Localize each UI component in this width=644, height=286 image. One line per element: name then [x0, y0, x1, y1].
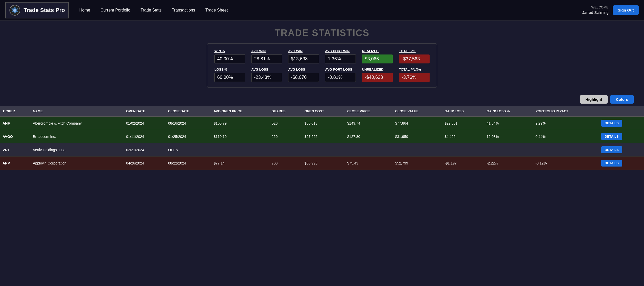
cell-open-cost: $53,996	[302, 157, 345, 170]
cell-ticker: ANF	[0, 116, 30, 130]
app-title: Trade Stats Pro	[24, 7, 65, 14]
user-name: Jarrod Schilling	[582, 10, 609, 15]
cell-avg-open-price: $110.10	[211, 130, 269, 143]
table-row: VRTVertiv Holdings, LLC02/21/2024OPENDET…	[0, 143, 644, 157]
cell-open-date: 01/11/2024	[123, 130, 165, 143]
stat-avg-loss: AVG LOSS -$8,070	[288, 68, 319, 82]
stat-avg-port-win: AVG PORT WIN 1.36%	[325, 49, 356, 63]
stat-win-pct: WIN % 40.00%	[214, 49, 245, 63]
cell-close-date: 08/22/2024	[165, 157, 211, 170]
avg-win-pct-value: 28.81%	[251, 54, 282, 63]
details-button[interactable]: DETAILS	[601, 160, 622, 167]
col-shares: SHARES	[269, 106, 302, 116]
total-pl-label: TOTAL P/L	[399, 49, 430, 53]
cell-portfolio-impact	[533, 143, 598, 157]
avg-port-win-value: 1.36%	[325, 54, 356, 63]
cell-ticker: VRT	[0, 143, 30, 157]
trade-table: TICKER NAME OPEN DATE CLOSE DATE AVG OPE…	[0, 106, 644, 170]
cell-close-date: OPEN	[165, 143, 211, 157]
stat-avg-win: AVG WIN $13,638	[288, 49, 319, 63]
cell-open-cost: $55,013	[302, 116, 345, 130]
avg-win-pct-label: AVG WIN	[251, 49, 282, 53]
cell-shares: 520	[269, 116, 302, 130]
nav-transactions[interactable]: Transactions	[172, 8, 195, 13]
cell-close-value: $77,864	[392, 116, 442, 130]
cell-gain-loss	[442, 143, 484, 157]
details-button[interactable]: DETAILS	[601, 133, 622, 140]
nav-trade-sheet[interactable]: Trade Sheet	[205, 8, 228, 13]
svg-point-1	[13, 9, 16, 12]
cell-gain-loss: $22,851	[442, 116, 484, 130]
cell-portfolio-impact: 0.44%	[533, 130, 598, 143]
cell-close-price	[345, 143, 393, 157]
cell-gain-loss-pct: -2.22%	[484, 157, 533, 170]
logo-box: Trade Stats Pro	[5, 2, 69, 18]
stat-loss-pct: LOSS % 60.00%	[214, 68, 245, 82]
avg-port-loss-label: AVG PORT LOSS	[325, 68, 356, 71]
nav-home[interactable]: Home	[79, 8, 90, 13]
cell-close-price: $127.80	[345, 130, 393, 143]
stats-box: WIN % 40.00% AVG WIN 28.81% AVG WIN $13,…	[207, 43, 437, 87]
table-header: TICKER NAME OPEN DATE CLOSE DATE AVG OPE…	[0, 106, 644, 116]
table-row: APPApplovin Corporation04/26/202408/22/2…	[0, 157, 644, 170]
stat-avg-loss-pct: AVG LOSS -23.43%	[251, 68, 282, 82]
avg-port-win-label: AVG PORT WIN	[325, 49, 356, 53]
cell-details: DETAILS	[599, 130, 644, 143]
highlight-button[interactable]: Highlight	[580, 95, 608, 104]
nav-current-portfolio[interactable]: Current Portfolio	[100, 8, 130, 13]
trade-table-wrapper: TICKER NAME OPEN DATE CLOSE DATE AVG OPE…	[0, 106, 644, 170]
loss-pct-label: LOSS %	[214, 68, 245, 71]
cell-close-date: 08/16/2024	[165, 116, 211, 130]
col-open-date: OPEN DATE	[123, 106, 165, 116]
col-close-price: CLOSE PRICE	[345, 106, 393, 116]
total-pl-value: -$37,563	[399, 54, 430, 63]
cell-name: Vertiv Holdings, LLC	[30, 143, 123, 157]
cell-gain-loss: -$1,197	[442, 157, 484, 170]
table-body: ANFAbercrombie & Fitch Company01/02/2024…	[0, 116, 644, 170]
cell-details: DETAILS	[599, 143, 644, 157]
win-pct-value: 40.00%	[214, 54, 245, 63]
cell-close-value: $52,799	[392, 157, 442, 170]
col-close-date: CLOSE DATE	[165, 106, 211, 116]
cell-open-date: 01/02/2024	[123, 116, 165, 130]
sign-out-button[interactable]: Sign Out	[613, 5, 639, 15]
realized-label: REALIZED	[362, 49, 393, 53]
welcome-label: WELCOME	[582, 5, 609, 10]
nav-trade-stats[interactable]: Trade Stats	[141, 8, 162, 13]
details-button[interactable]: DETAILS	[601, 146, 622, 153]
cell-name: Applovin Corporation	[30, 157, 123, 170]
cell-shares: 250	[269, 130, 302, 143]
details-button[interactable]: DETAILS	[601, 120, 622, 127]
avg-loss-value: -$8,070	[288, 73, 319, 82]
cell-avg-open-price: $77.14	[211, 157, 269, 170]
cell-close-price: $149.74	[345, 116, 393, 130]
colors-button[interactable]: Colors	[610, 95, 634, 104]
app-header: Trade Stats Pro Home Current Portfolio T…	[0, 0, 644, 20]
cell-open-cost	[302, 143, 345, 157]
cell-open-cost: $27,525	[302, 130, 345, 143]
col-portfolio-impact: PORTFOLIO IMPACT	[533, 106, 598, 116]
stat-total-pl: TOTAL P/L -$37,563	[399, 49, 430, 63]
avg-win-label: AVG WIN	[288, 49, 319, 53]
stat-unrealized: UNREALIZED -$40,628	[362, 68, 393, 82]
stat-realized: REALIZED $3,066	[362, 49, 393, 63]
stat-total-pl-pct: TOTAL P/L(%) -3.76%	[399, 68, 430, 82]
cell-gain-loss-pct: 41.54%	[484, 116, 533, 130]
table-row: AVGOBroadcom Inc.01/11/202401/25/2024$11…	[0, 130, 644, 143]
cell-portfolio-impact: -0.12%	[533, 157, 598, 170]
cell-gain-loss-pct: 16.08%	[484, 130, 533, 143]
win-pct-label: WIN %	[214, 49, 245, 53]
total-pl-pct-value: -3.76%	[399, 73, 430, 82]
col-details	[599, 106, 644, 116]
cell-close-price: $75.43	[345, 157, 393, 170]
unrealized-label: UNREALIZED	[362, 68, 393, 71]
logo-icon	[9, 5, 20, 16]
cell-name: Broadcom Inc.	[30, 130, 123, 143]
col-ticker: TICKER	[0, 106, 30, 116]
stat-avg-win-pct: AVG WIN 28.81%	[251, 49, 282, 63]
cell-close-value	[392, 143, 442, 157]
col-gain-loss-pct: GAIN/ LOSS %	[484, 106, 533, 116]
cell-close-value: $31,950	[392, 130, 442, 143]
cell-shares	[269, 143, 302, 157]
table-row: ANFAbercrombie & Fitch Company01/02/2024…	[0, 116, 644, 130]
